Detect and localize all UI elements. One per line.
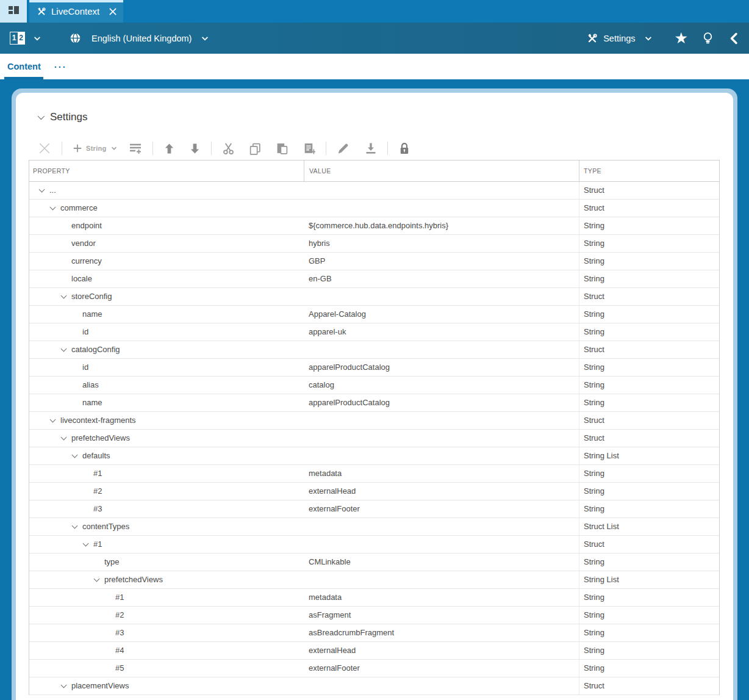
value-cell[interactable]: apparel-uk [304,323,579,341]
value-cell[interactable] [304,447,579,464]
value-cell[interactable]: en-GB [304,270,579,287]
table-row[interactable]: #3externalFooterString [29,500,719,518]
property-cell[interactable]: #3 [29,500,304,518]
locale-chevron-icon[interactable] [201,34,209,43]
add-icon[interactable] [73,143,82,153]
table-row[interactable]: localeen-GBString [29,270,719,288]
settings-chevron-icon[interactable] [644,34,653,43]
column-header-property[interactable]: PROPERTY [29,161,304,181]
property-cell[interactable]: defaults [29,447,304,464]
expand-chevron-icon[interactable] [61,346,67,352]
property-cell[interactable]: commerce [29,200,304,217]
expand-chevron-icon[interactable] [94,576,100,582]
value-cell[interactable] [304,571,579,588]
locale-selector[interactable]: English (United Kingdom) [91,34,192,43]
table-row[interactable]: ...Struct [29,182,719,200]
value-cell[interactable]: apparelProductCatalog [304,359,579,376]
property-cell[interactable]: #3 [29,624,304,641]
table-row[interactable]: #2externalHeadString [29,483,719,500]
value-cell[interactable]: CMLinkable [304,554,579,571]
value-cell[interactable]: metadata [304,465,579,482]
expand-chevron-icon[interactable] [72,523,78,529]
property-cell[interactable]: endpoint [29,217,304,234]
value-cell[interactable]: apparelProductCatalog [304,394,579,411]
value-cell[interactable] [304,536,579,553]
globe-icon[interactable] [70,32,81,44]
expand-chevron-icon[interactable] [39,187,45,193]
property-cell[interactable]: catalogConfig [29,341,304,358]
value-cell[interactable]: Apparel-Catalog [304,306,579,323]
edit-icon[interactable] [337,142,349,155]
table-row[interactable]: catalogConfigStruct [29,341,719,359]
value-cell[interactable] [304,200,579,217]
value-cell[interactable] [304,518,579,535]
property-cell[interactable]: locale [29,270,304,287]
value-cell[interactable]: externalFooter [304,660,579,677]
settings-menu[interactable]: Settings [603,34,635,43]
value-cell[interactable]: GBP [304,253,579,270]
property-cell[interactable]: id [29,359,304,376]
property-cell[interactable]: placementViews [29,677,304,695]
tab-livecontext[interactable]: LiveContext [29,0,123,23]
value-cell[interactable]: ${commerce.hub.data.endpoints.hybris} [304,217,579,234]
property-cell[interactable]: #2 [29,483,304,500]
protect-icon[interactable] [398,142,410,155]
table-row[interactable]: #3asBreadcrumbFragmentString [29,624,719,642]
property-cell[interactable]: storeConfig [29,288,304,305]
expand-chevron-icon[interactable] [61,435,67,441]
table-row[interactable]: idapparelProductCatalogString [29,359,719,377]
table-row[interactable]: typeCMLinkableString [29,554,719,571]
table-row[interactable]: contentTypesStruct List [29,518,719,536]
property-cell[interactable]: #4 [29,642,304,659]
more-tabs-button[interactable]: ··· [54,62,67,72]
table-row[interactable]: #5externalFooterString [29,660,719,677]
collapse-chevron-icon[interactable] [38,113,45,120]
table-row[interactable]: endpoint${commerce.hub.data.endpoints.hy… [29,217,719,235]
value-cell[interactable] [304,430,579,447]
property-cell[interactable]: #1 [29,536,304,553]
expand-chevron-icon[interactable] [72,452,78,458]
property-cell[interactable]: contentTypes [29,518,304,535]
column-header-type[interactable]: TYPE [579,161,719,181]
value-cell[interactable]: catalog [304,377,579,394]
property-cell[interactable]: #5 [29,660,304,677]
value-cell[interactable]: externalHead [304,483,579,500]
table-row[interactable]: defaultsString List [29,447,719,465]
chevron-down-icon[interactable] [110,145,118,152]
star-icon[interactable]: ★ [675,32,688,45]
add-type-label[interactable]: String [86,145,107,152]
property-cell[interactable]: prefetchedViews [29,571,304,588]
table-row[interactable]: aliascatalogString [29,377,719,394]
property-cell[interactable]: prefetchedViews [29,430,304,447]
expand-chevron-icon[interactable] [61,293,67,299]
expand-chevron-icon[interactable] [50,417,56,423]
table-row[interactable]: #1metadataString [29,465,719,483]
move-down-icon[interactable] [189,142,201,155]
table-row[interactable]: #4externalHeadString [29,642,719,660]
property-cell[interactable]: name [29,394,304,411]
site-switcher-badge[interactable]: 1 2 [10,32,25,45]
site-switcher-chevron-icon[interactable] [33,34,41,43]
table-row[interactable]: vendorhybrisString [29,235,719,253]
table-row[interactable]: nameApparel-CatalogString [29,306,719,323]
tab-content[interactable]: Content [7,62,41,71]
value-cell[interactable] [304,182,579,199]
property-cell[interactable]: vendor [29,235,304,252]
column-header-value[interactable]: VALUE [304,161,579,181]
app-switcher-button[interactable] [0,0,27,23]
value-cell[interactable]: hybris [304,235,579,252]
property-cell[interactable]: name [29,306,304,323]
property-cell[interactable]: alias [29,377,304,394]
paste-here-icon[interactable] [303,142,315,155]
value-cell[interactable]: asFragment [304,607,579,624]
value-cell[interactable] [304,341,579,358]
expand-chevron-icon[interactable] [61,682,67,688]
value-cell[interactable]: externalHead [304,642,579,659]
value-cell[interactable] [304,412,579,429]
close-icon[interactable] [109,7,117,16]
move-up-icon[interactable] [163,142,175,155]
property-cell[interactable]: type [29,554,304,571]
property-cell[interactable]: ... [29,182,304,199]
table-row[interactable]: commerceStruct [29,200,719,217]
paste-icon[interactable] [276,142,288,155]
